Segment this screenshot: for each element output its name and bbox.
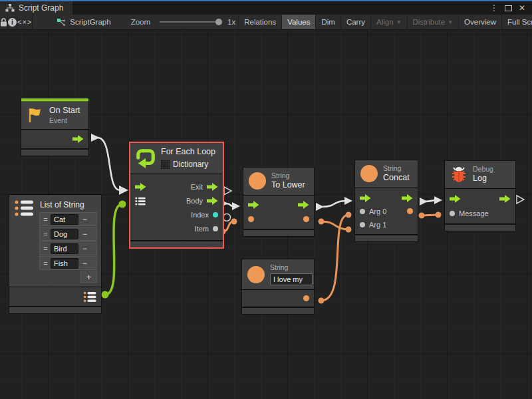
wire-list-to-foreach[interactable] — [105, 204, 122, 295]
remove-item-button[interactable]: − — [78, 244, 91, 253]
flow-out-port[interactable] — [402, 194, 413, 202]
zoom-value: 1x — [225, 15, 238, 29]
tab-script-graph[interactable]: Script Graph — [0, 1, 72, 15]
toolbar-button-dim[interactable]: Dim — [315, 15, 340, 29]
flow-in-port[interactable] — [450, 195, 461, 203]
wire-tolower-to-arg1[interactable] — [321, 221, 348, 229]
port-label-arg0: Arg 0 — [369, 207, 386, 215]
node-title: To Lower — [271, 180, 305, 191]
window-maximize-icon[interactable] — [505, 5, 512, 11]
window-menu-icon[interactable]: ⋮ — [490, 3, 498, 13]
bug-icon — [450, 166, 467, 184]
index-out-port[interactable] — [213, 212, 218, 217]
unconnected-value-indicator — [223, 214, 231, 221]
exit-flow-out-port[interactable] — [207, 183, 218, 191]
node-on-start[interactable]: On Start Event — [21, 98, 88, 156]
string-out-port[interactable] — [407, 208, 413, 214]
node-for-each-loop[interactable]: For Each Loop Dictionary Exit — [130, 143, 223, 247]
node-title: For Each Loop — [161, 147, 215, 158]
drag-handle-icon[interactable]: = — [41, 259, 51, 267]
wire-onstart-to-foreach[interactable] — [98, 138, 120, 190]
wire-tolower-to-concat[interactable] — [322, 201, 346, 207]
flag-icon — [27, 106, 44, 124]
node-title: On Start — [49, 106, 80, 116]
list-item-input[interactable] — [51, 214, 78, 225]
flow-out-port[interactable] — [298, 201, 309, 209]
string-out-port[interactable] — [303, 216, 309, 222]
window-close-icon[interactable]: ✕ — [519, 3, 525, 13]
arg1-in-port[interactable] — [360, 222, 365, 227]
node-footer — [243, 230, 314, 236]
wire-literal-to-arg0[interactable] — [321, 215, 348, 301]
node-debug-log[interactable]: Debug Log Message — [445, 161, 515, 231]
flow-in-port[interactable] — [360, 194, 371, 202]
list-out-port[interactable] — [83, 291, 96, 303]
port-label-body: Body — [186, 197, 203, 205]
graph-tab-icon — [5, 4, 15, 12]
node-footer — [445, 225, 515, 231]
string-in-port[interactable] — [248, 216, 254, 222]
node-string-literal[interactable]: String — [242, 259, 314, 314]
toolbar-button-relations[interactable]: Relations — [238, 15, 281, 29]
item-out-port[interactable] — [213, 226, 218, 231]
string-out-port[interactable] — [303, 295, 309, 301]
collection-in-port[interactable] — [135, 197, 146, 205]
port-label-exit: Exit — [191, 183, 203, 191]
info-button[interactable]: i — [8, 15, 17, 29]
flow-in-port[interactable] — [135, 183, 146, 191]
node-list-of-string[interactable]: List of String = − = − = − = — [9, 195, 101, 313]
flow-out-port[interactable] — [72, 135, 84, 143]
flow-out-port[interactable] — [499, 195, 511, 203]
wire-dot — [346, 227, 352, 233]
code-view-button[interactable]: <×> — [17, 15, 33, 29]
body-flow-out-port[interactable] — [207, 197, 218, 205]
list-item-row: = − — [39, 241, 97, 255]
chevron-down-icon: ▼ — [396, 19, 402, 25]
flow-in-port[interactable] — [248, 201, 259, 209]
wire-item-to-tolower[interactable] — [223, 221, 234, 231]
drag-handle-icon[interactable]: = — [41, 215, 51, 223]
tab-title: Script Graph — [19, 3, 63, 13]
toolbar-button-distribute[interactable]: Distribute ▼ — [407, 15, 459, 29]
port-label-message: Message — [459, 209, 489, 217]
wire-dot — [346, 212, 352, 218]
node-title: Log — [473, 174, 493, 184]
toolbar-button-overview[interactable]: Overview — [458, 15, 501, 29]
node-category: String — [383, 164, 410, 173]
string-value-input[interactable] — [270, 273, 313, 285]
graph-canvas[interactable]: On Start Event List of String — [0, 30, 532, 399]
node-footer — [242, 308, 314, 314]
wire-concat-to-debug[interactable] — [426, 200, 436, 201]
zoom-slider-handle[interactable] — [215, 19, 222, 25]
list-item-input[interactable] — [51, 243, 78, 254]
remove-item-button[interactable]: − — [78, 229, 91, 239]
wire-dot — [231, 219, 237, 225]
graph-selector-button[interactable]: ScriptGraph — [51, 15, 116, 29]
message-in-port[interactable] — [450, 211, 455, 216]
arg0-in-port[interactable] — [360, 209, 365, 214]
port-label-index: Index — [191, 211, 209, 219]
remove-item-button[interactable]: − — [78, 259, 91, 268]
wire-foreach-body-to-tolower[interactable] — [226, 203, 233, 206]
add-item-button[interactable]: + — [80, 271, 97, 283]
wire-start-triangle — [91, 134, 100, 142]
list-item-input[interactable] — [51, 258, 78, 269]
toolbar-button-carry[interactable]: Carry — [340, 15, 370, 29]
list-item-input[interactable] — [51, 229, 78, 239]
node-category: Debug — [473, 165, 493, 174]
remove-item-button[interactable]: − — [78, 215, 91, 224]
toolbar-button-values[interactable]: Values — [281, 15, 315, 29]
drag-handle-icon[interactable]: = — [41, 245, 51, 253]
lock-button[interactable] — [0, 15, 8, 29]
wire-concat-to-message[interactable] — [422, 215, 438, 215]
checkbox-label: Dictionary — [173, 160, 208, 170]
lock-icon — [0, 18, 7, 27]
zoom-slider[interactable] — [156, 15, 225, 29]
toolbar-button-align[interactable]: Align ▼ — [370, 15, 407, 29]
node-to-lower[interactable]: String To Lower — [243, 168, 314, 236]
toolbar-button-fullscreen[interactable]: Full Screen — [501, 15, 532, 29]
dictionary-checkbox[interactable] — [161, 160, 170, 169]
zoom-slider-track[interactable] — [160, 21, 221, 23]
drag-handle-icon[interactable]: = — [41, 230, 51, 238]
node-concat[interactable]: String Concat Arg 0 Arg 1 — [355, 160, 418, 241]
